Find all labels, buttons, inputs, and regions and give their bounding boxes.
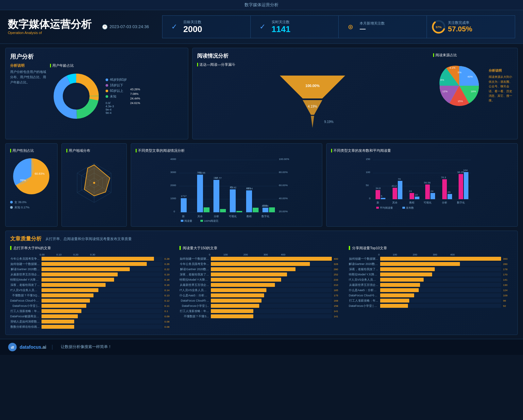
svg-rect-101	[410, 193, 414, 199]
svg-rect-61	[236, 211, 242, 212]
svg-text:阅读量: 阅读量	[184, 219, 192, 222]
bar-fill	[42, 278, 114, 282]
bar-fill	[42, 262, 147, 266]
svg-text:302: 302	[197, 171, 202, 174]
read-count-section: 阅读量大于150的文章 0 100 200 300 400 如何创建一个数据驱.…	[179, 246, 344, 330]
svg-text:分析: 分析	[442, 201, 447, 204]
stat-icon-check1: ✓	[169, 22, 179, 32]
stat-label-new: 本月新增关注数	[360, 21, 385, 26]
svg-text:150: 150	[366, 158, 370, 161]
svg-rect-106	[430, 193, 435, 199]
footer-tagline: 让数据分析像搜索一样简单！	[61, 344, 112, 350]
bar-track	[42, 325, 162, 329]
svg-marker-10	[311, 116, 314, 128]
bar-track	[211, 257, 332, 261]
bar-fill	[211, 278, 281, 282]
svg-text:192: 192	[213, 176, 218, 179]
bar-fill	[211, 309, 253, 313]
stat-value-new: —	[360, 26, 385, 32]
list-item: 特斯拉Model Y大降价...233	[179, 278, 344, 282]
list-item: DataFocus Cloud今日...0.12	[10, 299, 174, 303]
age-legend: 46岁到60岁 18岁以下 60岁以上	[106, 78, 127, 114]
list-item: 打工人涨薪攻略：年...0.1	[10, 309, 174, 313]
svg-rect-54	[197, 175, 203, 212]
bar-fill	[42, 293, 93, 297]
bar-fill	[42, 267, 130, 271]
radar-chart	[66, 155, 122, 211]
bar-track	[211, 288, 332, 292]
svg-text:可视化: 可视化	[424, 201, 431, 204]
stat-content-realtime: 实时关注数 1141	[272, 20, 291, 34]
bar-track	[380, 272, 501, 276]
bar-fill	[211, 272, 287, 276]
svg-text:100%阅读完: 100%阅读完	[204, 219, 218, 222]
svg-text:8%: 8%	[440, 79, 444, 81]
list-item: 解读Gartner 2020数据...260	[349, 262, 513, 266]
svg-rect-98	[398, 181, 402, 199]
svg-text:75: 75	[230, 186, 233, 189]
share-top-bars: 如何创建一个数据驱...393解读Gartner 2020数据...260深夜，…	[349, 257, 513, 308]
stat-value-rate: 57.05%	[448, 25, 472, 33]
svg-rect-57	[213, 180, 219, 212]
bar-track	[42, 278, 162, 282]
stat-value-target: 2000	[183, 25, 202, 34]
list-item: 什么是AaaS：分析探...124	[349, 288, 513, 292]
svg-text:数字化: 数字化	[457, 201, 465, 204]
list-item: 深夜，老板给我发了...178	[349, 267, 513, 271]
open-rate-title: 总打开率大于8%的文章	[10, 246, 174, 251]
svg-rect-94	[381, 198, 385, 199]
svg-text:其余: 其余	[392, 201, 397, 204]
bar-fill	[380, 257, 501, 261]
age-chart-title: 用户年龄占比	[50, 63, 183, 68]
bar-track	[211, 309, 332, 313]
svg-text:15%: 15%	[458, 100, 463, 103]
article-quality-title: 文章质量分析	[10, 236, 42, 242]
bar-fill	[42, 325, 74, 329]
bar-fill	[42, 283, 106, 287]
bar-fill	[380, 299, 409, 303]
list-item: 如何创建一个数据驱...400	[179, 257, 344, 261]
list-item: 不懂数据？不懂SQ...0.13	[10, 293, 174, 298]
open-rate-bars: 今年公务员国考竞争...0.28如何创建一个数据驱...0.26解读Gartne…	[10, 257, 174, 329]
analysis-note: 用户分析包含用户的地域分布、用户性别占比、用户年龄占比。	[10, 69, 46, 85]
svg-text:3000: 3000	[170, 171, 176, 174]
svg-text:20: 20	[447, 191, 450, 194]
top-bar: 数字媒体运营分析	[0, 0, 523, 10]
svg-rect-58	[220, 209, 226, 212]
svg-text:发布数: 发布数	[406, 206, 414, 209]
stat-card-new: ⊛ 本月新增关注数 —	[339, 15, 427, 38]
svg-rect-123	[376, 207, 379, 209]
svg-text:数字化: 数字化	[262, 215, 269, 218]
svg-text:其余: 其余	[197, 215, 203, 218]
list-item: 解读Gartner 2020数...280	[179, 267, 344, 271]
list-item: DataFocus敏捷商业模...0.09	[10, 314, 174, 319]
bar-fill	[211, 293, 264, 297]
bar-fill	[380, 304, 408, 308]
bar-fill	[380, 262, 460, 266]
bar-fill	[380, 278, 424, 282]
article-publish-panel: 不同类型文章的发布数和平均阅读量 150 100 50 0 34.6	[326, 143, 518, 227]
bar-track	[380, 257, 501, 261]
svg-rect-97	[393, 188, 397, 199]
svg-text:0: 0	[369, 197, 371, 200]
svg-text:4.19%: 4.19%	[308, 105, 317, 108]
svg-text:10: 10	[415, 193, 418, 196]
svg-rect-66	[262, 208, 268, 212]
list-item: 什么是AaaS：分析即...175	[179, 293, 344, 298]
top-bar-title: 数字媒体运营分析	[245, 2, 278, 7]
svg-text:60.00%: 60.00%	[279, 184, 288, 187]
bar-fill	[380, 267, 435, 271]
svg-text:新: 新	[377, 201, 379, 204]
svg-text:104: 104	[463, 169, 468, 172]
svg-text:教程: 教程	[409, 201, 414, 204]
list-item: 从最新世界五百强企...0.19	[10, 272, 174, 277]
svg-rect-81	[181, 220, 183, 222]
list-item: 解读Gartner 2020数...0.22	[10, 267, 174, 271]
svg-rect-83	[200, 220, 203, 222]
bar-fill	[211, 267, 295, 271]
age-donut-chart	[50, 70, 102, 122]
bar-track	[42, 299, 162, 303]
svg-text:40.00%: 40.00%	[279, 197, 288, 200]
funnel-chart: 100.00% 4.19% 9.19%	[197, 69, 428, 134]
share-top-title: 分享阅读量Top10文章	[349, 246, 513, 251]
